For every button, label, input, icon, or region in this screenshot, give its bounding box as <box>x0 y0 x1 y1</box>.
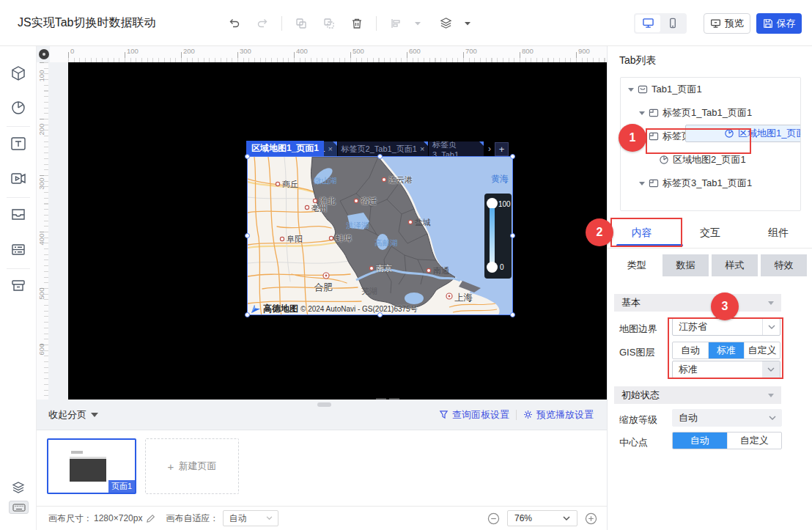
layers-panel-icon[interactable] <box>11 480 26 495</box>
tree-item-tab1[interactable]: Tab1_页面1 <box>621 78 800 101</box>
media-widget-icon[interactable] <box>10 170 27 188</box>
gis-standard-option[interactable]: 标准 <box>709 342 745 358</box>
ruler-label: 500 <box>37 283 45 305</box>
new-page-button[interactable]: + 新建页面 <box>145 438 239 494</box>
caret-down-icon[interactable] <box>639 182 645 185</box>
center-auto-option[interactable]: 自动 <box>673 433 728 449</box>
subtab-data[interactable]: 数据 <box>662 254 709 276</box>
active-tab-underline <box>616 244 683 246</box>
caret-down-icon[interactable] <box>628 88 634 92</box>
annotation-number-1: 1 <box>619 124 646 152</box>
tab-interaction[interactable]: 交互 <box>676 218 744 248</box>
zoom-level-select[interactable]: 76% <box>507 510 577 526</box>
query-panel-settings-link[interactable]: 查询面板设置 <box>439 408 509 422</box>
zoom-in-icon[interactable] <box>585 512 597 525</box>
ruler-label: 0 <box>70 47 74 55</box>
edit-size-icon[interactable] <box>146 514 155 523</box>
resize-handle-w[interactable] <box>245 233 250 238</box>
desktop-view-button[interactable] <box>635 15 660 32</box>
city-label: 盐城 <box>415 217 431 228</box>
gis-style-select[interactable]: 标准 <box>672 361 780 378</box>
gis-auto-option[interactable]: 自动 <box>673 342 709 358</box>
ruler-origin-icon[interactable] <box>39 49 49 59</box>
map-legend: 100 0 <box>484 194 512 279</box>
subtab-effect[interactable]: 特效 <box>761 254 807 276</box>
center-point-label: 中心点 <box>619 436 648 449</box>
page-thumbnail-selected[interactable]: 页面1 <box>47 438 136 494</box>
center-custom-option[interactable]: 自定义 <box>728 433 782 449</box>
tab-list-title: Tab列表 <box>619 54 657 67</box>
tab-page-icon <box>649 178 659 188</box>
tree-item-tabpage1[interactable]: 标签页1_Tab1_页面1 <box>621 101 800 125</box>
app-window: JS实现Tab切换时数据联动 <box>0 0 812 530</box>
city-label: 连云港 <box>388 174 413 185</box>
paste-icon[interactable] <box>320 15 338 32</box>
close-tab-icon[interactable]: × <box>328 144 333 153</box>
preview-monitor-icon <box>710 18 721 29</box>
pie-chart-icon <box>659 155 669 165</box>
save-button[interactable]: 保存 <box>756 13 802 34</box>
copy-icon[interactable] <box>292 15 310 32</box>
resize-handle-s[interactable] <box>377 312 383 317</box>
tree-item-region-map1[interactable]: 区域地图1_页面1 <box>685 125 801 142</box>
tab-overflow-icon[interactable]: › <box>484 141 495 156</box>
resize-handle-ne[interactable] <box>510 154 515 159</box>
add-tab-button[interactable]: + <box>495 142 509 156</box>
layer-caret-icon[interactable] <box>459 15 476 32</box>
table-widget-icon[interactable] <box>10 241 27 259</box>
tab-component[interactable]: 组件 <box>745 218 812 248</box>
zoom-level-select[interactable]: 自动 <box>672 409 782 427</box>
preview-button[interactable]: 预览 <box>704 13 750 34</box>
delete-icon[interactable] <box>348 15 366 32</box>
resize-handle-e[interactable] <box>510 233 515 238</box>
subtab-type[interactable]: 类型 <box>613 254 660 276</box>
ruler-label: 400 <box>296 47 308 55</box>
resize-handle-sw[interactable] <box>245 312 250 317</box>
mobile-view-button[interactable] <box>660 15 685 32</box>
tab-content[interactable]: 内容 <box>608 218 676 248</box>
region-map-widget[interactable]: 商丘 淮北 亳州 宿迁 连云港 盐城 阜阳 蚌埠 南京 南通 合肥 上海 芜湖 … <box>247 156 513 315</box>
map-attribution: 高德地图 © 2024 AutoNavi - GS(2021)6375号 <box>251 303 418 315</box>
filter-icon <box>439 410 449 419</box>
thumb-mini-canvas <box>70 459 106 482</box>
redo-icon[interactable] <box>254 15 271 32</box>
page-name-badge: 页面1 <box>108 480 135 493</box>
chevron-down-icon <box>762 319 780 335</box>
ruler-label: 400 <box>37 229 45 251</box>
resize-handle-se[interactable] <box>510 312 515 317</box>
sea-label: 黄海 <box>491 173 509 185</box>
tree-item-region-map2[interactable]: 区域地图2_页面1 <box>621 148 800 172</box>
zoom-out-icon[interactable] <box>487 512 500 525</box>
resize-handle-nw[interactable] <box>245 154 250 159</box>
collapse-pages-button[interactable]: 收起分页 <box>48 408 98 422</box>
layer-order-icon[interactable] <box>437 15 454 32</box>
preview-play-settings-link[interactable]: 预览播放设置 <box>523 408 594 422</box>
close-tab-icon[interactable]: × <box>420 144 424 153</box>
section-initial-state[interactable]: 初始状态 <box>614 386 781 404</box>
container-widget-icon[interactable] <box>10 206 27 224</box>
ruler-label: 600 <box>37 339 45 361</box>
tree-item-tabpage3[interactable]: 标签页3_Tab1_页面1 <box>621 172 800 195</box>
widget-tab-2[interactable]: 标签页2_Tab1_页面1 × <box>338 141 428 156</box>
align-dropdown-icon[interactable] <box>387 15 405 32</box>
legend-min-value: 0 <box>500 263 504 271</box>
align-caret-icon[interactable] <box>409 15 427 32</box>
resize-handle-n[interactable] <box>377 154 383 159</box>
caret-down-icon[interactable] <box>639 111 645 115</box>
gis-custom-option[interactable]: 自定义 <box>745 342 780 358</box>
map-boundary-select[interactable]: 江苏省 <box>672 318 780 336</box>
vertical-ruler: 100 200 300 400 500 600 <box>37 62 48 400</box>
undo-icon[interactable] <box>226 15 243 32</box>
widget-3d-icon[interactable] <box>10 65 27 82</box>
links-divider <box>516 410 517 420</box>
chart-pie-icon[interactable] <box>10 99 27 117</box>
subtab-style[interactable]: 样式 <box>712 254 758 276</box>
config-sub-tabs: 类型 数据 样式 特效 <box>613 254 807 276</box>
legend-gradient-bar <box>490 208 495 267</box>
material-box-icon[interactable] <box>10 277 27 295</box>
widget-tab-3[interactable]: 标签页3_Tab1_ <box>429 141 484 156</box>
shortcut-keyboard-button[interactable] <box>9 501 29 514</box>
canvas-fit-select[interactable]: 自动 <box>223 510 278 526</box>
text-widget-icon[interactable] <box>10 135 27 152</box>
section-basic[interactable]: 基本 <box>614 294 781 312</box>
